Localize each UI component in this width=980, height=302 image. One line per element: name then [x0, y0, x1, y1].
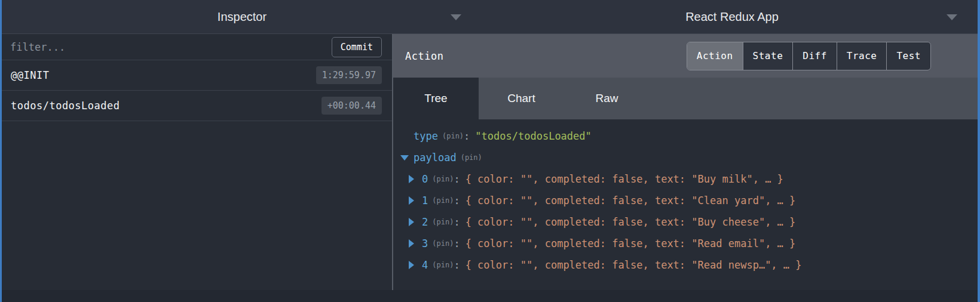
tree-row-item-1: 1 (pin) : { color: "", completed: false,… — [400, 190, 980, 211]
pin-label[interactable]: (pin) — [432, 239, 454, 248]
detail-header: Action Action State Diff Trace T — [393, 34, 980, 78]
pin-label[interactable]: (pin) — [442, 132, 464, 140]
colon: : — [454, 216, 460, 228]
view-subtab-bar: Tree Chart Raw — [393, 78, 980, 119]
tree-key[interactable]: payload — [414, 152, 457, 164]
expand-arrow-icon[interactable] — [409, 239, 422, 248]
tab-diff-label: Diff — [803, 50, 827, 61]
filter-input[interactable] — [0, 41, 332, 53]
collapse-arrow-icon[interactable] — [400, 155, 414, 161]
tab-test-label: Test — [896, 50, 921, 61]
vertical-scrollbar[interactable] — [978, 0, 980, 302]
instance-select-label: React Redux App — [685, 10, 779, 24]
pin-label[interactable]: (pin) — [432, 218, 454, 226]
action-list-item-init[interactable]: @@INIT 1:29:59.97 — [0, 60, 392, 91]
tab-diff[interactable]: Diff — [792, 42, 837, 70]
tree-key[interactable]: 3 — [422, 238, 428, 249]
colon: : — [454, 259, 460, 271]
tree-row-item-0: 0 (pin) : { color: "", completed: false,… — [400, 168, 980, 190]
filter-bar: Commit — [0, 34, 392, 60]
subtab-raw[interactable]: Raw — [564, 78, 650, 119]
commit-button[interactable]: Commit — [332, 37, 382, 57]
action-timestamp-badge: 1:29:59.97 — [316, 66, 382, 84]
tab-state[interactable]: State — [743, 42, 793, 70]
object-preview: { color: "", completed: false, text: "Re… — [466, 259, 802, 271]
action-detail-panel: Action Action State Diff Trace T — [393, 34, 980, 302]
tree-row-type: type (pin) : "todos/todosLoaded" — [400, 125, 980, 147]
subtab-tree-label: Tree — [424, 92, 447, 105]
monitor-select-label: Inspector — [218, 10, 267, 24]
tree-key[interactable]: 4 — [422, 259, 428, 271]
action-name: @@INIT — [0, 69, 49, 81]
chevron-down-icon — [947, 14, 957, 20]
pin-label[interactable]: (pin) — [432, 261, 454, 269]
tab-test[interactable]: Test — [886, 42, 930, 70]
monitor-topbar: Inspector React Redux App — [0, 0, 980, 34]
pin-label[interactable]: (pin) — [432, 196, 454, 205]
subtab-tree[interactable]: Tree — [393, 78, 479, 119]
pin-label[interactable]: (pin) — [461, 153, 482, 162]
tab-trace[interactable]: Trace — [837, 42, 887, 70]
colon: : — [454, 173, 460, 185]
tree-row-payload: payload (pin) — [400, 147, 980, 168]
detail-header-title: Action — [393, 50, 443, 62]
object-preview: { color: "", completed: false, text: "Bu… — [466, 216, 796, 228]
pin-label[interactable]: (pin) — [432, 175, 454, 183]
action-list-item-todos-loaded[interactable]: todos/todosLoaded +00:00.44 — [0, 91, 392, 121]
subtab-chart-label: Chart — [507, 92, 535, 105]
tree-key[interactable]: 2 — [422, 216, 428, 228]
redux-devtools-window: Inspector React Redux App Commit @@INIT … — [0, 0, 980, 302]
tab-action-label: Action — [697, 50, 733, 61]
tab-action[interactable]: Action — [687, 42, 743, 70]
tree-row-item-2: 2 (pin) : { color: "", completed: false,… — [400, 211, 980, 233]
expand-arrow-icon[interactable] — [409, 261, 422, 269]
tree-key[interactable]: 0 — [422, 173, 428, 185]
tree-key[interactable]: type — [414, 130, 438, 142]
expand-arrow-icon[interactable] — [409, 218, 422, 226]
tab-state-label: State — [753, 50, 783, 61]
object-preview: { color: "", completed: false, text: "Re… — [466, 238, 796, 249]
colon: : — [454, 195, 460, 207]
monitor-select[interactable]: Inspector — [0, 0, 484, 33]
subtab-chart[interactable]: Chart — [479, 78, 564, 119]
expand-arrow-icon[interactable] — [409, 175, 422, 183]
expand-arrow-icon[interactable] — [409, 196, 422, 205]
object-preview: { color: "", completed: false, text: "Bu… — [466, 173, 783, 185]
tab-trace-label: Trace — [847, 50, 877, 61]
colon: : — [454, 238, 460, 249]
horizontal-scrollbar-track[interactable] — [0, 290, 980, 302]
tree-key[interactable]: 1 — [422, 195, 428, 207]
action-list-panel: Commit @@INIT 1:29:59.97 todos/todosLoad… — [0, 34, 393, 302]
tree-row-item-3: 3 (pin) : { color: "", completed: false,… — [400, 233, 980, 254]
tree-string-value: "todos/todosLoaded" — [475, 130, 591, 142]
detail-tab-group: Action State Diff Trace Test — [687, 42, 931, 70]
window-left-accent — [0, 0, 2, 302]
subtab-raw-label: Raw — [595, 92, 618, 105]
chevron-down-icon — [451, 14, 461, 20]
action-json-tree: type (pin) : "todos/todosLoaded" payload… — [393, 119, 980, 302]
instance-select[interactable]: React Redux App — [484, 0, 980, 33]
object-preview: { color: "", completed: false, text: "Cl… — [466, 195, 796, 207]
action-name: todos/todosLoaded — [0, 100, 120, 112]
tree-row-item-4: 4 (pin) : { color: "", completed: false,… — [400, 254, 980, 276]
action-timestamp-badge: +00:00.44 — [321, 97, 382, 115]
main-split: Commit @@INIT 1:29:59.97 todos/todosLoad… — [0, 34, 980, 302]
colon: : — [464, 130, 470, 142]
